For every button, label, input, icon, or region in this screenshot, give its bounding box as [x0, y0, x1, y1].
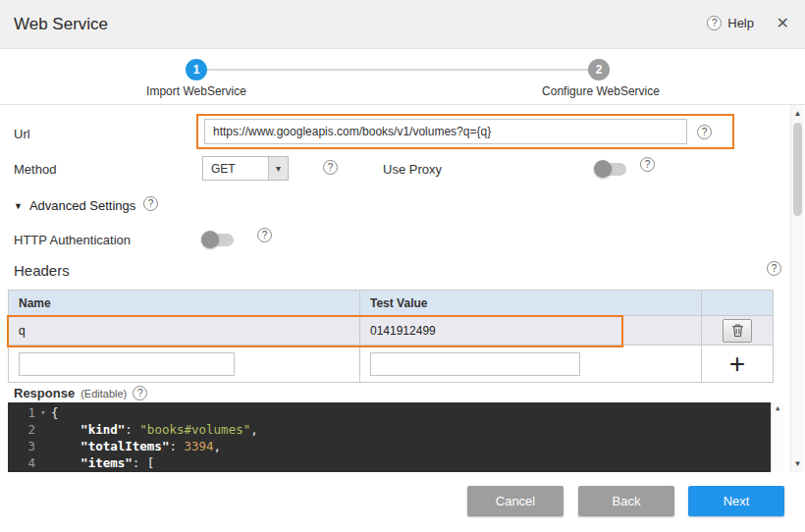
toggle-knob [201, 231, 219, 248]
scroll-down-icon[interactable]: ▼ [791, 459, 804, 468]
method-value: GET [211, 162, 236, 176]
advanced-settings-label: Advanced Settings [29, 198, 135, 213]
method-dropdown[interactable]: GET ▾ [202, 156, 289, 181]
url-input[interactable] [204, 119, 687, 144]
use-proxy-toggle[interactable] [595, 163, 626, 176]
step-2-circle[interactable]: 2 [588, 59, 610, 80]
headers-table: Name Test Value q 0141912499 [8, 290, 774, 383]
line-number: 1 [8, 404, 35, 421]
header-value-cell[interactable]: 0141912499 [360, 316, 702, 345]
scroll-up-icon[interactable]: ▲ [791, 109, 804, 118]
back-button[interactable]: Back [578, 486, 674, 516]
code-line[interactable]: 4 "items": [ [8, 454, 783, 471]
step-1-circle[interactable]: 1 [186, 59, 207, 80]
close-icon[interactable]: ✕ [777, 14, 789, 33]
advanced-settings-help-icon[interactable]: ? [143, 196, 158, 211]
title-bar: Web Service ? Help ✕ [0, 0, 805, 49]
line-number: 4 [8, 454, 35, 471]
help-icon[interactable]: ? [707, 16, 722, 30]
headers-help-icon[interactable]: ? [767, 261, 781, 276]
new-header-name-input[interactable] [19, 352, 235, 376]
url-help-icon[interactable]: ? [697, 125, 712, 139]
method-label: Method [14, 162, 56, 177]
window-title: Web Service [14, 15, 108, 34]
step-connector [196, 69, 599, 71]
column-header-test-value: Test Value [360, 291, 702, 315]
line-number: 3 [8, 438, 35, 454]
chevron-down-icon[interactable]: ▾ [268, 157, 288, 180]
delete-row-button[interactable] [723, 319, 752, 343]
footer: Cancel Back Next [0, 481, 805, 532]
help-label[interactable]: Help [727, 16, 754, 30]
code-text: "totalItems": 3394, [51, 438, 221, 454]
code-text: "kind": "books#volumes", [51, 421, 258, 438]
code-lines: 1▾{2 "kind": "books#volumes",3 "totalIte… [8, 402, 783, 471]
url-label: Url [14, 127, 30, 141]
new-header-value-input[interactable] [370, 352, 580, 376]
help-button[interactable]: ? Help [707, 16, 754, 30]
annotation-highlight-url: ? [196, 114, 734, 149]
new-row: + [9, 346, 773, 382]
trash-icon [731, 323, 744, 338]
editable-note: (Editable) [80, 388, 127, 399]
code-line[interactable]: 1▾{ [8, 404, 783, 421]
editor-scrollbar[interactable]: ▲ [771, 402, 783, 472]
use-proxy-label: Use Proxy [383, 162, 442, 177]
table-header-row: Name Test Value [9, 291, 773, 316]
response-code-editor[interactable]: 1▾{2 "kind": "books#volumes",3 "totalIte… [8, 402, 783, 472]
advanced-settings-toggle[interactable]: ▼ Advanced Settings [14, 198, 135, 213]
use-proxy-help-icon[interactable]: ? [640, 157, 655, 172]
headers-title: Headers [14, 262, 70, 279]
code-line[interactable]: 2 "kind": "books#volumes", [8, 421, 783, 438]
collapse-arrow-icon: ▼ [14, 201, 23, 211]
scroll-thumb[interactable] [793, 123, 802, 216]
column-header-name: Name [9, 291, 360, 315]
code-line[interactable]: 3 "totalItems": 3394, [8, 438, 783, 454]
cancel-button[interactable]: Cancel [467, 486, 564, 516]
code-text: "items": [ [51, 454, 154, 471]
http-auth-help-icon[interactable]: ? [257, 228, 272, 242]
web-service-dialog: Web Service ? Help ✕ 1 Import WebService… [0, 0, 805, 532]
http-auth-toggle[interactable] [202, 234, 234, 246]
step-1-label: Import WebService [123, 84, 270, 98]
step-2-label: Configure WebService [527, 84, 674, 98]
column-header-actions [702, 291, 773, 315]
response-label: Response [14, 386, 75, 400]
table-row[interactable]: q 0141912499 [9, 316, 773, 346]
http-auth-label: HTTP Authentication [14, 233, 131, 247]
fold-arrow-icon[interactable]: ▾ [35, 404, 51, 421]
response-help-icon[interactable]: ? [133, 386, 147, 400]
toggle-knob [594, 160, 612, 178]
response-header: Response (Editable) ? [14, 386, 147, 400]
fold-spacer [35, 454, 51, 471]
editor-scroll-up-icon[interactable]: ▲ [772, 404, 783, 412]
fold-spacer [35, 438, 51, 454]
next-button[interactable]: Next [688, 486, 784, 516]
main-scrollbar[interactable]: ▲ ▼ [790, 105, 804, 472]
code-text: { [51, 404, 59, 421]
header-name-cell[interactable]: q [9, 316, 360, 345]
stepper: 1 Import WebService 2 Configure WebServi… [0, 49, 805, 105]
method-help-icon[interactable]: ? [323, 160, 338, 175]
line-number: 2 [8, 421, 35, 438]
fold-spacer [35, 421, 51, 438]
add-row-button[interactable]: + [729, 350, 745, 378]
